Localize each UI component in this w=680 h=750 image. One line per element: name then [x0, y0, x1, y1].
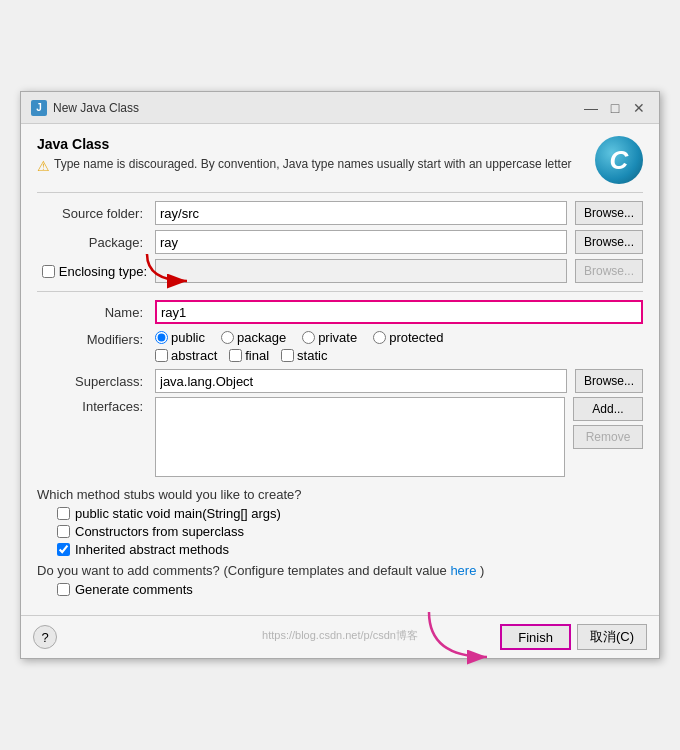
warning-icon: ⚠: [37, 157, 50, 177]
constructors-checkbox[interactable]: [57, 525, 70, 538]
interfaces-list: [155, 397, 565, 477]
final-checkbox[interactable]: [229, 349, 242, 362]
enclosing-type-browse-button: Browse...: [575, 259, 643, 283]
static-checkbox[interactable]: [281, 349, 294, 362]
modifier-radio-group: public package private protected: [155, 330, 643, 345]
name-label: Name:: [37, 305, 147, 320]
header-separator: [37, 192, 643, 193]
modifier-protected-label: protected: [389, 330, 443, 345]
final-label: final: [245, 348, 269, 363]
abstract-label: abstract: [171, 348, 217, 363]
modifier-package-radio[interactable]: [221, 331, 234, 344]
abstract-checkbox[interactable]: [155, 349, 168, 362]
comments-question: Do you want to add comments? (Configure …: [37, 563, 643, 578]
inherited-abstract-label: Inherited abstract methods: [75, 542, 229, 557]
comments-option: Generate comments: [57, 582, 643, 597]
inherited-abstract-checkbox[interactable]: [57, 543, 70, 556]
stubs-section: Which method stubs would you like to cre…: [37, 487, 643, 557]
dialog-icon: J: [31, 100, 47, 116]
minimize-button[interactable]: —: [581, 98, 601, 118]
comments-section: Do you want to add comments? (Configure …: [37, 563, 643, 597]
interfaces-buttons: Add... Remove: [573, 397, 643, 449]
name-input[interactable]: [155, 300, 643, 324]
title-bar: J New Java Class — □ ✕: [21, 92, 659, 124]
generate-comments-label: Generate comments: [75, 582, 193, 597]
help-button[interactable]: ?: [33, 625, 57, 649]
modifiers-label: Modifiers:: [37, 330, 147, 363]
package-label: Package:: [37, 235, 147, 250]
modifier-public-radio[interactable]: [155, 331, 168, 344]
superclass-label: Superclass:: [37, 374, 147, 389]
eclipse-logo: C: [595, 136, 643, 184]
generate-comments-checkbox[interactable]: [57, 583, 70, 596]
enclosing-type-input: [155, 259, 567, 283]
close-button[interactable]: ✕: [629, 98, 649, 118]
interfaces-label: Interfaces:: [37, 397, 147, 414]
modifier-public-label: public: [171, 330, 205, 345]
source-folder-input[interactable]: [155, 201, 567, 225]
enclosing-type-checkbox-wrapper: Enclosing type:: [37, 264, 147, 279]
stubs-question: Which method stubs would you like to cre…: [37, 487, 643, 502]
modifier-checkbox-group: abstract final static: [155, 348, 643, 363]
main-method-checkbox[interactable]: [57, 507, 70, 520]
finish-button[interactable]: Finish: [500, 624, 571, 650]
dialog-header: Java Class ⚠ Type name is discouraged. B…: [37, 136, 643, 184]
constructors-label: Constructors from superclass: [75, 524, 244, 539]
cancel-button[interactable]: 取消(C): [577, 624, 647, 650]
modifier-protected-radio[interactable]: [373, 331, 386, 344]
superclass-browse-button[interactable]: Browse...: [575, 369, 643, 393]
warning-message: ⚠ Type name is discouraged. By conventio…: [37, 156, 585, 177]
name-separator: [37, 291, 643, 292]
section-title: Java Class: [37, 136, 585, 152]
remove-interface-button[interactable]: Remove: [573, 425, 643, 449]
watermark: https://blog.csdn.net/p/csdn博客: [262, 628, 418, 643]
package-browse-button[interactable]: Browse...: [575, 230, 643, 254]
source-folder-label: Source folder:: [37, 206, 147, 221]
package-input[interactable]: [155, 230, 567, 254]
enclosing-type-label: Enclosing type:: [59, 264, 147, 279]
interfaces-section: Interfaces: Add... Remove: [37, 397, 643, 477]
modifier-private-radio[interactable]: [302, 331, 315, 344]
source-folder-browse-button[interactable]: Browse...: [575, 201, 643, 225]
stubs-options: public static void main(String[] args) C…: [57, 506, 643, 557]
dialog-title: New Java Class: [53, 101, 139, 115]
superclass-input[interactable]: [155, 369, 567, 393]
window-controls: — □ ✕: [581, 98, 649, 118]
modifiers-section: Modifiers: public package pr: [37, 330, 643, 363]
static-label: static: [297, 348, 327, 363]
comments-link[interactable]: here: [450, 563, 476, 578]
maximize-button[interactable]: □: [605, 98, 625, 118]
modifier-package-label: package: [237, 330, 286, 345]
main-method-label: public static void main(String[] args): [75, 506, 281, 521]
enclosing-type-checkbox[interactable]: [42, 265, 55, 278]
modifier-private-label: private: [318, 330, 357, 345]
add-interface-button[interactable]: Add...: [573, 397, 643, 421]
